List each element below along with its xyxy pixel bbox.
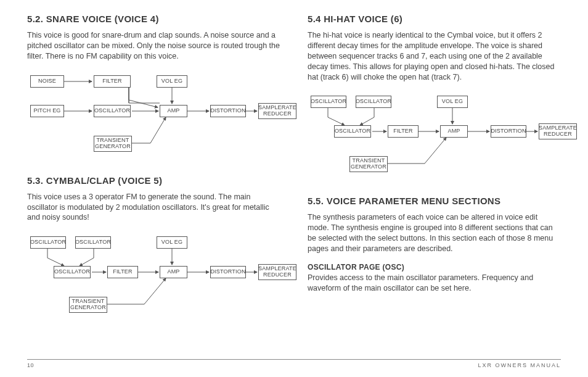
right-column: 5.4 HI-HAT VOICE (6) The hi-hat voice is… (308, 14, 561, 336)
box-hh-filter: FILTER (388, 125, 419, 138)
diagram-snare: NOISE FILTER VOL EG PITCH EG OSCILLATOR … (27, 69, 280, 162)
box-hh-voleg: VOL EG (437, 96, 468, 108)
box-sr: SAMPLERATE REDUCER (258, 103, 296, 119)
box-noise: NOISE (30, 75, 64, 88)
heading-hihat: 5.4 HI-HAT VOICE (6) (308, 14, 561, 24)
box-mainosc: OSCILLATOR (54, 266, 91, 278)
box-hh-amp: AMP (440, 125, 468, 138)
box-hh-mainosc: OSCILLATOR (334, 125, 371, 138)
box-filter: FILTER (94, 75, 131, 88)
body-osc-page: Provides access to the main oscillator p… (308, 273, 561, 294)
box-hh-osc1: OSCILLATOR (311, 96, 346, 108)
box-amp: AMP (160, 105, 187, 117)
body-snare: This voice is good for snare-drum and cl… (27, 30, 280, 62)
heading-snare: 5.2. SNARE VOICE (VOICE 4) (27, 14, 280, 24)
footer-title: LXR OWNERS MANUAL (478, 362, 561, 368)
box-dist2: DISTORTION (210, 266, 246, 278)
box-pitcheg: PITCH EG (30, 105, 64, 117)
box-hh-osc2: OSCILLATOR (356, 96, 391, 108)
box-sr2: SAMPLERATE REDUCER (258, 264, 296, 280)
box-filter2: FILTER (107, 266, 138, 278)
box-hh-trans: TRANSIENT GENERATOR (349, 156, 388, 172)
diagram-cymbal: OSCILLATOR OSCILLATOR VOL EG OSCILLATOR … (27, 230, 280, 323)
box-dist: DISTORTION (210, 105, 246, 117)
box-trans2: TRANSIENT GENERATOR (69, 297, 107, 313)
page-number: 10 (27, 362, 34, 368)
box-hh-sr: SAMPLERATE REDUCER (539, 123, 577, 139)
box-trans: TRANSIENT GENERATOR (94, 136, 132, 152)
box-osc: OSCILLATOR (94, 105, 131, 117)
box-osc1: OSCILLATOR (30, 236, 66, 249)
body-hihat: The hi-hat voice is nearly identical to … (308, 30, 561, 82)
heading-voice-params: 5.5. VOICE PARAMETER MENU SECTIONS (308, 196, 561, 206)
body-voice-params: The synthesis parameters of each voice c… (308, 212, 561, 254)
box-voleg: VOL EG (157, 75, 187, 88)
body-cymbal: This voice uses a 3 operator FM to gener… (27, 192, 280, 223)
box-hh-dist: DISTORTION (491, 125, 526, 138)
subheading-osc-page: OSCILLATOR PAGE (OSC) (308, 263, 561, 271)
box-voleg2: VOL EG (157, 236, 187, 249)
diagram-hihat: OSCILLATOR OSCILLATOR VOL EG OSCILLATOR … (308, 89, 560, 182)
left-column: 5.2. SNARE VOICE (VOICE 4) This voice is… (27, 14, 280, 336)
box-amp2: AMP (160, 266, 187, 278)
page-footer: 10 LXR OWNERS MANUAL (27, 359, 561, 368)
heading-cymbal: 5.3. CYMBAL/CLAP (VOICE 5) (27, 175, 280, 186)
box-osc2: OSCILLATOR (75, 236, 111, 249)
